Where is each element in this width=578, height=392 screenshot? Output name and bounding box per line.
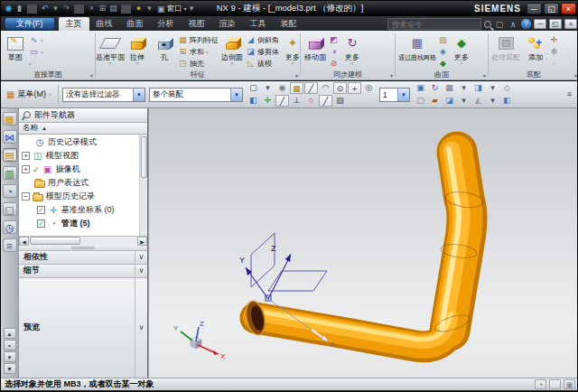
resbar-scroll-up[interactable]: ▴	[4, 328, 16, 339]
tree-item-cameras[interactable]: + ✓ ▣ 摄像机	[19, 163, 147, 176]
tangent-snap-icon[interactable]: ╱	[319, 95, 332, 107]
shaded-style-icon[interactable]: ◨	[471, 82, 485, 94]
line-snap-icon[interactable]: ╱	[275, 95, 289, 107]
marquee-select-icon[interactable]: ▢	[247, 82, 260, 94]
edit-background-icon[interactable]: ▰	[428, 95, 442, 107]
four-point-surface-button[interactable]: ◆	[438, 58, 448, 69]
scrollbar-thumb[interactable]	[141, 136, 147, 178]
tab-assemblies[interactable]: 装配	[274, 17, 304, 31]
swept-button[interactable]: ▨	[438, 34, 448, 45]
new-window-icon[interactable]: ▢	[414, 95, 427, 107]
group-dialog-launcher[interactable]: ▾	[574, 72, 577, 79]
preview-panel-header[interactable]: 预览∨	[19, 277, 147, 378]
search-icon[interactable]	[484, 21, 491, 28]
grid-dropdown-icon[interactable]: ▾	[457, 82, 471, 94]
sketch-more-button[interactable]: ▾	[29, 58, 43, 69]
copy-icon[interactable]: ⊞	[98, 3, 107, 14]
snap-point-icon[interactable]: ▦	[290, 82, 303, 94]
render-tool-dropdown[interactable]: ▾	[144, 3, 154, 14]
sketch-button[interactable]: ✎ 草图	[2, 33, 29, 62]
tree-item-datum-csys[interactable]: ✓ ✛ 基准坐标系 (0)	[19, 203, 147, 217]
assembly-navigator-icon[interactable]: ▦	[3, 112, 17, 126]
through-curve-mesh-button[interactable]: ▦ 通过曲线网格	[396, 33, 438, 62]
select-mode-dropdown[interactable]: ▾	[261, 82, 275, 94]
pull-face-button[interactable]: ◩	[329, 34, 339, 45]
redo-icon[interactable]: ↷	[61, 3, 71, 14]
group-dialog-launcher[interactable]: ▾	[483, 72, 486, 79]
edge-blend-button[interactable]: 边倒圆▾	[219, 33, 246, 67]
tree-item-tube[interactable]: ✓ ◔ 管道 (5)	[19, 217, 147, 230]
doc-close-button[interactable]: ×	[564, 19, 577, 29]
selection-scope-combo[interactable]: 整个装配▼	[149, 88, 243, 102]
collapse-icon[interactable]: −	[22, 192, 30, 201]
group-dialog-launcher[interactable]: ▾	[390, 72, 393, 79]
history-palette-icon[interactable]: ▢	[3, 202, 17, 216]
perspective-dropdown[interactable]: ▾	[486, 95, 499, 107]
solid-body-filter-icon[interactable]: ◧	[247, 95, 260, 107]
highlight-icon[interactable]: ◉	[275, 82, 289, 94]
cut-icon[interactable]: ×	[87, 3, 97, 14]
tab-curve[interactable]: 曲线	[89, 17, 120, 31]
rectangle-button[interactable]: ▭▾	[29, 46, 43, 57]
save-icon[interactable]: ▮	[14, 3, 24, 14]
offset-region-button[interactable]: ◑	[329, 46, 339, 57]
tree-item-user-expressions[interactable]: 用户表达式	[19, 176, 147, 190]
work-layer-combo[interactable]: 1▼	[379, 88, 410, 102]
trim-body-button[interactable]: ◪修剪体	[246, 46, 279, 57]
midpoint-snap-icon[interactable]: ◠	[319, 82, 332, 94]
group-dialog-launcher[interactable]: ▾	[295, 72, 298, 79]
resbar-scroll-down[interactable]: ▾	[4, 351, 16, 362]
render-tool-icon[interactable]: ●	[134, 3, 144, 14]
dependencies-panel-header[interactable]: 相依性∨	[19, 250, 147, 264]
perpendicular-snap-icon[interactable]: ⊥	[290, 95, 303, 107]
add-component-button[interactable]: ＋ 添加	[522, 33, 549, 62]
tree-item-history-mode[interactable]: ◷ 历史记录模式	[19, 135, 147, 149]
grid-icon[interactable]: ▦	[443, 82, 456, 94]
chamfer-button[interactable]: ◢倒斜角	[246, 34, 279, 45]
draft-button[interactable]: ◺拔模	[246, 58, 279, 69]
fullscreen-icon[interactable]: ▢	[494, 19, 505, 30]
qat-customize-icon[interactable]: ▾	[187, 3, 197, 14]
help-icon[interactable]: ？	[521, 19, 531, 29]
extrude-button[interactable]: 拉伸▾	[124, 33, 151, 67]
qat-separator[interactable]: |	[121, 5, 131, 14]
reuse-library-icon[interactable]: ▥	[3, 166, 17, 180]
chevron-down-icon[interactable]: ∨	[135, 265, 147, 277]
group-dialog-launcher[interactable]: ▾	[90, 72, 93, 79]
toolbar-customize-icon[interactable]: ≡	[563, 89, 576, 100]
tree-horizontal-scrollbar[interactable]: ◀ ▶	[19, 236, 147, 246]
wireframe-icon[interactable]: ◇	[500, 82, 514, 94]
scroll-right-icon[interactable]: ▶	[137, 237, 147, 246]
doc-restore-button[interactable]: ◱	[549, 19, 562, 29]
constraint-navigator-icon[interactable]: ⋈	[3, 130, 17, 144]
layer-dropdown-icon[interactable]: ▼	[397, 89, 409, 101]
delete-face-button[interactable]: ⊘	[329, 58, 339, 69]
system-scene-icon[interactable]: ◷	[3, 220, 17, 234]
shell-button[interactable]: ◳抽壳	[178, 58, 219, 69]
resbar-pin[interactable]: ▪	[4, 340, 16, 350]
filter-dropdown-icon[interactable]: ▼	[133, 89, 144, 101]
undo-dropdown-icon[interactable]: ▾	[51, 3, 61, 14]
view-section-icon[interactable]: ◪	[443, 95, 456, 107]
chevron-down-icon[interactable]: ∨	[135, 278, 147, 378]
move-face-button[interactable]: 移动面	[302, 33, 329, 62]
scroll-left-icon[interactable]: ◀	[19, 237, 29, 246]
qat-separator[interactable]: |	[74, 5, 84, 14]
roles-icon[interactable]: ≡	[3, 238, 17, 252]
minimize-button[interactable]: ─	[527, 3, 542, 14]
endpoint-snap-icon[interactable]: ╱	[304, 82, 318, 94]
perspective-icon[interactable]: ◭	[471, 95, 485, 107]
datum-filter-icon[interactable]: ✛	[261, 95, 275, 107]
profile-curve-button[interactable]: ∿▾	[29, 34, 43, 45]
nx-logo-icon[interactable]: ◉	[4, 3, 14, 14]
center-snap-icon[interactable]: ⊙	[333, 82, 347, 94]
undo-icon[interactable]: ↶	[40, 3, 50, 14]
true-shading-icon[interactable]: ◧	[500, 95, 514, 107]
part-navigator-icon[interactable]: ▤	[3, 148, 17, 162]
details-panel-header[interactable]: 细节∨	[19, 264, 147, 277]
resbar-expand[interactable]: ▼	[4, 363, 16, 374]
qat-separator[interactable]: |	[27, 5, 37, 14]
datum-plane-button[interactable]: 基准平面▾	[97, 33, 124, 67]
checkbox-checked-icon[interactable]: ✓	[37, 219, 45, 228]
paste-icon[interactable]: ▤	[108, 3, 118, 14]
